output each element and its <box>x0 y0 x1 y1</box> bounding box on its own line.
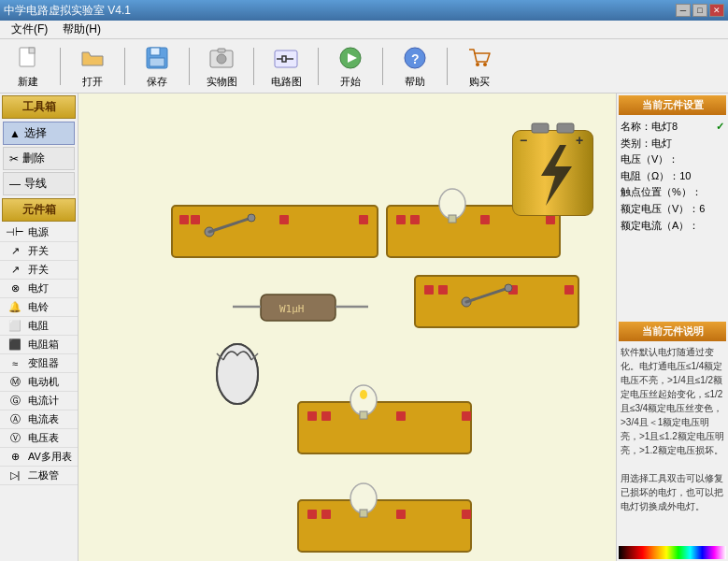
close-button[interactable]: ✕ <box>709 4 724 17</box>
multimeter-icon: ⊕ <box>4 451 26 463</box>
toolbar-separator <box>382 48 383 85</box>
svg-point-17 <box>483 63 487 66</box>
svg-rect-53 <box>462 411 471 421</box>
svg-rect-63 <box>360 510 367 517</box>
app-title: 中学电路虚拟实验室 V4.1 <box>4 3 131 19</box>
comp-multimeter[interactable]: ⊕ AV多用表 <box>0 448 78 467</box>
svg-rect-18 <box>172 206 378 257</box>
menu-help[interactable]: 帮助(H) <box>55 20 108 39</box>
comp-transformer-label: 变阻器 <box>28 356 59 370</box>
comp-transformer[interactable]: ≈ 变阻器 <box>0 354 78 373</box>
toolbar-separator <box>318 48 319 85</box>
tool-delete[interactable]: ✂ 删除 <box>3 147 75 170</box>
comp-power[interactable]: ⊣⊢ 电源 <box>0 223 78 242</box>
svg-rect-21 <box>279 215 289 224</box>
comp-ammeter2[interactable]: Ⓐ 电流表 <box>0 410 78 429</box>
desc-content: 软件默认电灯随通过变化。电灯通电压≤1/4额定电压不亮，>1/4且≤1/2额定电… <box>617 341 728 544</box>
svg-rect-39 <box>438 285 448 295</box>
rated-current-row: 额定电流（A）： <box>621 218 724 235</box>
help-icon: ? <box>400 43 430 73</box>
toolbar-buy-button[interactable]: 购买 <box>459 41 500 91</box>
comp-resistor-label: 电阻 <box>28 319 49 333</box>
svg-text:−: − <box>520 133 527 148</box>
toolbar-start-button[interactable]: 开始 <box>330 41 371 91</box>
settings-title: 当前元件设置 <box>619 95 726 115</box>
canvas-area[interactable]: W1μH <box>79 94 616 561</box>
svg-rect-66 <box>532 123 549 133</box>
comp-voltmeter-label: 电压表 <box>28 431 59 445</box>
svg-point-44 <box>505 284 512 292</box>
start-icon <box>335 43 365 73</box>
resistance-row: 电阻（Ω）：10 <box>621 168 724 185</box>
toolbar-open-button[interactable]: 打开 <box>72 41 113 91</box>
toolbar-new-button[interactable]: 新建 <box>7 41 49 91</box>
menu-file[interactable]: 文件(F) <box>4 20 55 39</box>
svg-point-46 <box>217 344 258 404</box>
svg-rect-49 <box>298 402 471 453</box>
svg-point-56 <box>360 390 367 399</box>
comp-switch2[interactable]: ↗ 开关 <box>0 261 78 280</box>
tool-select[interactable]: ▲ 选择 <box>3 122 75 145</box>
comp-voltmeter[interactable]: Ⓥ 电压表 <box>0 429 78 448</box>
main-area: 工具箱 ▲ 选择 ✂ 删除 — 导线 元件箱 ⊣⊢ 电源 ↗ 开关 ↗ 开关 ⊗ <box>0 94 728 561</box>
diode-icon: ▷| <box>4 469 26 482</box>
battery-image: − + <box>508 122 597 224</box>
contact-row: 触点位置（%）： <box>621 184 724 201</box>
maximize-button[interactable]: □ <box>692 4 707 17</box>
svg-rect-38 <box>424 285 434 295</box>
photo-icon <box>207 43 236 73</box>
comp-diode[interactable]: ▷| 二极管 <box>0 467 78 485</box>
svg-rect-50 <box>307 411 317 421</box>
components-title: 元件箱 <box>2 198 76 222</box>
voltage-row: 电压（V）： <box>621 151 724 168</box>
comp-power-label: 电源 <box>28 225 49 239</box>
svg-rect-61 <box>462 510 471 519</box>
toolbar-separator <box>253 48 254 85</box>
window-controls: ─ □ ✕ <box>676 4 724 17</box>
svg-rect-57 <box>298 500 471 552</box>
toolbar-help-button[interactable]: ?帮助 <box>394 41 435 91</box>
comp-ammeter1-label: 电流计 <box>28 394 59 408</box>
circuit-label: 电路图 <box>271 75 302 89</box>
svg-rect-37 <box>415 276 578 327</box>
comp-ammeter1[interactable]: Ⓖ 电流计 <box>0 392 78 410</box>
tool-delete-label: 删除 <box>22 151 45 166</box>
comp-switch2-label: 开关 <box>28 263 49 277</box>
menubar: 文件(F) 帮助(H) <box>0 21 728 39</box>
circuit-icon <box>271 43 301 73</box>
rated-voltage-row: 额定电压（V）：6 <box>621 201 724 218</box>
svg-point-31 <box>439 189 465 219</box>
toolbar-circuit-button[interactable]: 电路图 <box>265 41 307 91</box>
tool-wire[interactable]: — 导线 <box>3 172 75 195</box>
comp-res-box[interactable]: ⬛ 电阻箱 <box>0 336 78 354</box>
svg-point-54 <box>350 385 377 415</box>
toolbar-separator <box>447 48 448 85</box>
minimize-button[interactable]: ─ <box>676 4 691 17</box>
comp-motor-label: 电动机 <box>28 375 59 389</box>
buy-icon <box>464 43 494 73</box>
desc-title: 当前元件说明 <box>619 322 726 341</box>
svg-point-62 <box>350 483 377 513</box>
new-icon <box>13 43 43 73</box>
toolbar-photo-button[interactable]: 实物图 <box>201 41 242 91</box>
svg-rect-52 <box>396 411 406 421</box>
start-label: 开始 <box>340 75 361 89</box>
photo-label: 实物图 <box>207 75 237 89</box>
comp-bulb[interactable]: ⊗ 电灯 <box>0 280 78 298</box>
comp-bell[interactable]: 🔔 电铃 <box>0 298 78 317</box>
svg-text:?: ? <box>411 51 420 66</box>
comp-resistor[interactable]: ⬜ 电阻 <box>0 317 78 336</box>
comp-switch1-label: 开关 <box>28 244 49 258</box>
svg-text:W1μH: W1μH <box>279 303 305 315</box>
save-icon <box>142 43 172 73</box>
svg-rect-41 <box>564 285 574 295</box>
color-palette[interactable] <box>619 546 726 559</box>
bulb-icon: ⊗ <box>4 282 26 295</box>
res-box-icon: ⬛ <box>4 338 26 351</box>
right-panel: 当前元件设置 名称：电灯8 ✓ 类别：电灯 电压（V）： 电阻（Ω）：10 触点… <box>616 94 728 561</box>
toolbar-save-button[interactable]: 保存 <box>136 41 178 91</box>
comp-bell-label: 电铃 <box>28 300 49 314</box>
comp-switch1[interactable]: ↗ 开关 <box>0 242 78 261</box>
comp-motor[interactable]: Ⓜ 电动机 <box>0 373 78 392</box>
resistor-icon: ⬜ <box>4 320 26 332</box>
